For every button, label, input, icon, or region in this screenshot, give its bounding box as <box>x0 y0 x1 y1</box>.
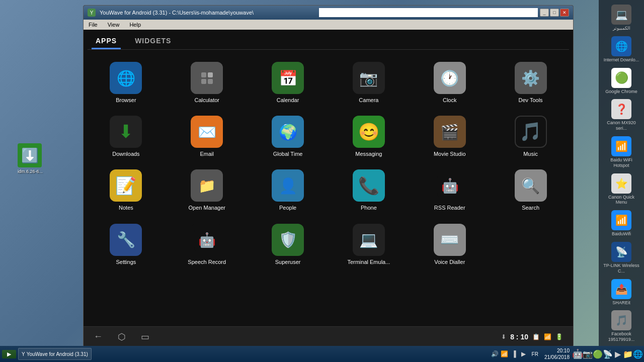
app-superuser[interactable]: 🛡️ Superuser <box>250 220 327 269</box>
rssreader-label: RSS Reader <box>434 205 465 211</box>
close-button[interactable]: ✕ <box>560 9 569 17</box>
time-display: 8 : 10 <box>510 333 528 341</box>
taskbar-app-label: YouWave for Android (3.31) <box>27 351 88 357</box>
camera-tray-icon[interactable]: 📷 <box>584 350 592 358</box>
tab-apps[interactable]: APPS <box>92 34 121 49</box>
chrome-tray-icon[interactable]: 🟢 <box>594 350 602 358</box>
app-moviestudio[interactable]: 🎬 Movie Studio <box>411 112 488 161</box>
browser-icon: 🌐 <box>110 62 142 94</box>
taskbar-app-item[interactable]: Y YouWave for Android (3.31) <box>18 348 92 360</box>
terminalemu-icon: 💻 <box>353 224 385 256</box>
app-camera[interactable]: 📷 Camera <box>330 58 407 108</box>
window-controls: _ □ ✕ <box>540 9 569 17</box>
taskbar-app-icon: Y <box>22 351 25 357</box>
maximize-button[interactable]: □ <box>550 9 559 17</box>
sidebar-icon-baiduwifi2[interactable]: 📶 BaiduWifi <box>601 208 641 239</box>
app-search[interactable]: 🔍 Search <box>492 165 569 215</box>
sidebar-icon-internet-download[interactable]: 🌐 Internet Downlo... <box>601 34 641 65</box>
wifi-tray-icon[interactable]: 📡 <box>604 350 612 358</box>
address-bar[interactable] <box>319 8 538 17</box>
globaltime-icon: 🌍 <box>272 116 304 148</box>
app-browser[interactable]: 🌐 Browser <box>88 58 165 108</box>
battery-icon: 🔋 <box>555 333 563 340</box>
sidebar-icon-file-manager[interactable]: 💻 الكمبيوتر <box>601 3 641 33</box>
title-bar: Y YouWave for Android (3.31) - C:\Users\… <box>84 6 573 20</box>
menu-file[interactable]: File <box>87 21 100 28</box>
app-people[interactable]: 👤 People <box>250 165 327 215</box>
main-window: Y YouWave for Android (3.31) - C:\Users\… <box>83 5 574 347</box>
bottom-nav: ← ⬡ ▭ ⬇ 8 : 10 📋 📶 🔋 <box>84 326 573 346</box>
apps-grid: 🌐 Browser Calcu <box>84 50 573 278</box>
signal-icon: 📶 <box>544 333 551 340</box>
start-button[interactable]: ▶ <box>2 350 16 358</box>
media-tray-icon[interactable]: ▶ <box>614 350 622 358</box>
app-devtools[interactable]: ⚙️ Dev Tools <box>492 58 569 108</box>
svg-text:🤖: 🤖 <box>441 177 458 194</box>
app-email[interactable]: ✉️ Email <box>169 112 246 161</box>
tray-icons: 🔊 📶 ▐ ▶ <box>491 350 528 358</box>
app-rssreader[interactable]: 🤖 RSS Reader <box>411 165 488 215</box>
home-nav-button[interactable]: ⬡ <box>118 331 126 342</box>
app-speechrecord[interactable]: 🤖 Speech Record <box>169 220 246 269</box>
tray-network[interactable]: 📶 <box>501 350 509 358</box>
app-openmanager[interactable]: 📁 Open Manager <box>169 165 246 215</box>
right-sidebar: 💻 الكمبيوتر 🌐 Internet Downlo... 🟢 Googl… <box>599 0 644 362</box>
sidebar-icon-tp-link[interactable]: 📡 TP-LINK Wireless C... <box>601 240 641 276</box>
back-nav-button[interactable]: ← <box>94 331 103 342</box>
menu-view[interactable]: View <box>106 21 122 28</box>
moviestudio-label: Movie Studio <box>434 151 466 157</box>
settings-label: Settings <box>116 259 136 265</box>
sidebar-icon-baidu-wifi[interactable]: 📶 Baidu WiFi Hotspot <box>601 134 641 170</box>
app-globaltime[interactable]: 🌍 Global Time <box>250 112 327 161</box>
devtools-label: Dev Tools <box>519 97 543 104</box>
messaging-icon: 😊 <box>353 116 385 148</box>
openmanager-icon: 📁 <box>191 169 223 202</box>
left-download-icon[interactable]: ⬇️ idm.6.26-6... <box>18 143 43 174</box>
music-label: Music <box>523 151 538 157</box>
menu-bar: File View Help <box>84 20 573 30</box>
calendar-icon: 📅 <box>272 62 304 94</box>
taskbar-right: 🔊 📶 ▐ ▶ FR 20:10 21/06/2018 🤖 📷 🟢 📡 ▶ 📁 … <box>491 347 642 360</box>
desktop: 💻 الكمبيوتر 🌐 Internet Downlo... 🟢 Googl… <box>0 0 644 362</box>
app-phone[interactable]: 📞 Phone <box>330 165 407 215</box>
folder-tray-icon[interactable]: 📁 <box>624 350 632 358</box>
sidebar-icon-canon[interactable]: ❓ Canon MX920 seri... <box>601 97 641 133</box>
tray-music[interactable]: ▶ <box>520 350 528 358</box>
taskbar-lang: FR <box>530 351 540 357</box>
app-downloads[interactable]: ⬇ Downloads <box>88 112 165 161</box>
minimize-button[interactable]: _ <box>540 9 549 17</box>
app-settings[interactable]: 🔧 Settings <box>88 220 165 269</box>
app-voicedialler[interactable]: ⌨️ Voice Dialler <box>411 220 488 269</box>
window-title: YouWave for Android (3.31) - C:\Users\is… <box>98 10 317 16</box>
taskbar-clock: 20:10 21/06/2018 <box>542 347 572 360</box>
app-music[interactable]: 🎵 Music <box>492 112 569 161</box>
download-indicator: ⬇ <box>501 333 506 340</box>
tab-widgets[interactable]: WIDGETS <box>131 34 175 49</box>
voicedialler-label: Voice Dialler <box>434 259 465 265</box>
app-icon: Y <box>88 9 96 17</box>
sidebar-icon-canon-quick[interactable]: ⭐ Canon Quick Menu <box>601 171 641 208</box>
sidebar-icon-google-chrome[interactable]: 🟢 Google Chrome <box>601 66 641 97</box>
taskbar: ▶ Y YouWave for Android (3.31) 🔊 📶 ▐ ▶ F… <box>0 346 644 362</box>
sidebar-icon-facebook[interactable]: 🎵 Facebook 195179919... <box>601 308 641 344</box>
ie-tray-icon[interactable]: 🌐 <box>634 350 642 358</box>
menu-help[interactable]: Help <box>127 21 143 28</box>
recents-nav-button[interactable]: ▭ <box>141 331 149 342</box>
people-label: People <box>279 205 296 211</box>
downloads-icon: ⬇ <box>110 116 142 148</box>
app-notes[interactable]: 📝 Notes <box>88 165 165 215</box>
tray-volume[interactable]: 🔊 <box>491 350 499 358</box>
app-terminalemu[interactable]: 💻 Terminal Emula... <box>330 220 407 269</box>
phone-label: Phone <box>361 205 377 211</box>
app-calculator[interactable]: Calculator <box>169 58 246 108</box>
app-clock[interactable]: 🕐 Clock <box>411 58 488 108</box>
calculator-label: Calculator <box>194 97 219 104</box>
android-tray-icon[interactable]: 🤖 <box>574 350 582 358</box>
terminalemu-label: Terminal Emula... <box>347 259 390 265</box>
speechrecord-label: Speech Record <box>188 259 226 265</box>
app-calendar[interactable]: 📅 Calendar <box>250 58 327 108</box>
sidebar-icon-shareit[interactable]: 📤 SHAREit <box>601 277 641 308</box>
superuser-icon: 🛡️ <box>272 224 304 256</box>
app-messaging[interactable]: 😊 Messaging <box>330 112 407 161</box>
browser-label: Browser <box>116 97 136 104</box>
